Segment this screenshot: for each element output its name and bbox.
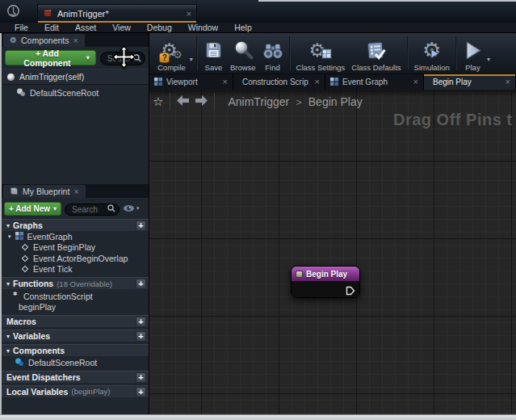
tree-item-event-beginplay[interactable]: Event BeginPlay [2, 242, 149, 254]
begin-play-node[interactable]: Begin Play [291, 266, 360, 298]
add-component-button[interactable]: + Add Component ▾ [5, 50, 96, 65]
save-button[interactable]: Save [200, 35, 227, 72]
asset-book-icon [43, 6, 52, 21]
divider [214, 93, 215, 111]
breadcrumb-current[interactable]: Begin Play [308, 95, 363, 108]
event-graph-icon [15, 232, 23, 242]
tree-item-constructionscript[interactable]: ✱ ConstructionScript [2, 291, 149, 302]
section-variables[interactable]: ▾ Variables + [2, 330, 149, 342]
toolbar-separator [289, 36, 291, 70]
tab-components[interactable]: ⚙ Components × [3, 34, 85, 47]
expander-icon[interactable]: ▾ [6, 333, 10, 340]
tab-begin-play[interactable]: Begin Play × [424, 74, 516, 90]
menu-item-help[interactable]: Help [226, 23, 260, 32]
nav-forward-icon[interactable] [195, 94, 208, 109]
component-row-scene-root[interactable]: DefaultSceneRoot [2, 85, 149, 100]
simulation-button[interactable]: ⚙ Simulation [411, 35, 453, 72]
play-options-caret[interactable]: ▾ [487, 44, 490, 63]
add-new-button[interactable]: + Add New ▾ [4, 202, 61, 216]
class-defaults-button[interactable]: Class Defaults [348, 35, 404, 72]
section-graphs[interactable]: ▾ Graphs + [2, 219, 149, 231]
compile-button[interactable]: ⚙⚙ ? Compile [154, 35, 189, 72]
close-icon[interactable]: × [506, 78, 510, 86]
menu-item-file[interactable]: File [6, 23, 36, 32]
close-icon[interactable]: × [223, 78, 228, 86]
asset-tab-animtrigger[interactable]: AnimTrigger* × [37, 4, 197, 23]
close-icon[interactable]: × [315, 78, 320, 86]
menu-item-window[interactable]: Window [180, 23, 226, 32]
menu-item-asset[interactable]: Asset [67, 23, 104, 32]
chevron-down-icon: ▾ [53, 205, 57, 212]
window-frame-bottom [0, 414, 516, 420]
viewport-grid-icon [154, 78, 162, 87]
my-blueprint-tree: ▾ Graphs + ▾ EventGraph Event BeginPlay … [2, 219, 149, 397]
blueprint-book-icon [10, 184, 19, 199]
chevron-down-icon: ▾ [136, 205, 140, 212]
tree-item-beginplay-function[interactable]: beginPlay [2, 302, 149, 313]
close-icon[interactable]: × [73, 187, 78, 196]
my-blueprint-search [65, 201, 120, 216]
visibility-eye-icon[interactable]: ▾ [123, 204, 140, 212]
graph-hint-watermark: Drag Off Pins t [393, 111, 513, 129]
toolbar-separator [455, 36, 457, 70]
add-local-variable-button[interactable]: + [136, 387, 146, 397]
section-components[interactable]: ▾ Components [2, 344, 149, 356]
tab-construction-script[interactable]: Construction Scrip × [233, 74, 325, 90]
tree-item-event-actorbeginoverlap[interactable]: Event ActorBeginOverlap [2, 253, 149, 264]
compile-options-caret[interactable]: ▾ [190, 44, 193, 63]
my-blueprint-tab-title: My Blueprint [23, 187, 69, 196]
node-title: Begin Play [306, 270, 347, 279]
unreal-logo-icon [6, 4, 20, 18]
window-edge-highlight [258, 0, 516, 2]
section-event-dispatchers[interactable]: Event Dispatchers + [2, 371, 149, 383]
function-entry-icon [296, 271, 303, 278]
divider [170, 93, 170, 111]
gear-play-icon: ⚙ [422, 38, 441, 62]
menu-bar: File Edit Asset View Debug Window Help [0, 23, 516, 33]
add-macro-button[interactable]: + [136, 317, 146, 327]
blueprint-editor-window: AnimTrigger* × File Edit Asset View Debu… [0, 0, 516, 420]
tree-item-eventgraph[interactable]: ▾ EventGraph [2, 231, 149, 242]
add-graph-button[interactable]: + [136, 220, 146, 231]
breadcrumb-root[interactable]: AnimTrigger [228, 95, 289, 108]
actor-self-icon [7, 74, 15, 81]
node-body [292, 281, 359, 297]
exec-out-pin[interactable] [346, 284, 355, 298]
expander-icon[interactable]: ▾ [8, 233, 11, 240]
close-icon[interactable]: × [73, 36, 78, 45]
section-local-variables[interactable]: Local Variables (beginPlay) + [2, 385, 149, 397]
class-settings-button[interactable]: ⚙ Class Settings [293, 35, 349, 72]
tab-viewport[interactable]: Viewport × [149, 74, 233, 90]
graph-canvas[interactable]: ☆ AnimTrigger > Begin Play Drag Off Pins… [149, 90, 516, 414]
close-icon[interactable]: × [413, 78, 418, 86]
tab-my-blueprint[interactable]: My Blueprint × [3, 185, 86, 198]
menu-item-debug[interactable]: Debug [139, 23, 180, 32]
compile-gear-question-icon: ⚙⚙ ? [161, 38, 182, 62]
add-variable-button[interactable]: + [136, 331, 146, 342]
expander-icon[interactable]: ▾ [6, 347, 10, 355]
nav-back-icon[interactable] [177, 94, 189, 109]
tree-item-defaultsceneroot[interactable]: DefaultSceneRoot [2, 357, 149, 368]
tree-item-event-tick[interactable]: Event Tick [2, 264, 149, 275]
add-function-button[interactable]: + [136, 279, 146, 289]
section-functions[interactable]: ▾ Functions (18 Overridable) + [2, 277, 149, 289]
favorite-star-icon[interactable]: ☆ [153, 94, 163, 109]
menu-item-edit[interactable]: Edit [36, 23, 67, 32]
event-diamond-icon [22, 244, 28, 250]
expander-icon[interactable]: ▾ [6, 280, 10, 288]
browse-button[interactable]: Browse [227, 35, 259, 72]
expander-icon[interactable]: ▾ [6, 222, 10, 229]
node-header: Begin Play [292, 267, 359, 281]
play-button[interactable]: Play [459, 35, 486, 72]
components-tab-title: Components [21, 36, 69, 45]
add-dispatcher-button[interactable]: + [136, 372, 146, 383]
close-icon[interactable]: × [187, 10, 191, 19]
menu-item-view[interactable]: View [104, 23, 139, 32]
find-button[interactable]: Find [259, 35, 287, 72]
scene-root-icon [16, 86, 26, 100]
event-diamond-icon [22, 255, 28, 262]
section-macros[interactable]: Macros + [2, 315, 149, 327]
tab-event-graph[interactable]: Event Graph × [325, 74, 424, 90]
graph-breadcrumb-bar: ☆ AnimTrigger > Begin Play [153, 93, 363, 111]
window-title-bar: AnimTrigger* × [0, 0, 516, 23]
